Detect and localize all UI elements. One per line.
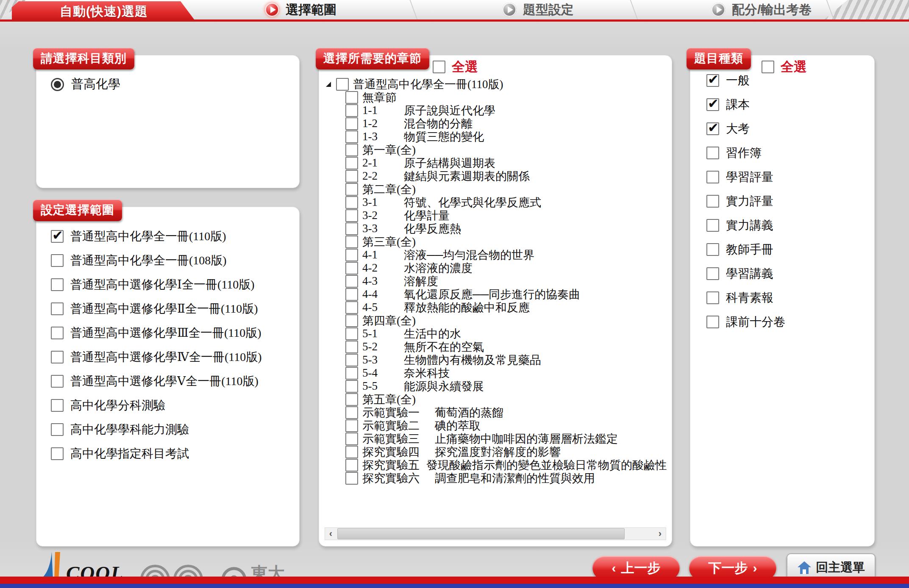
qtype-item[interactable]: 一般: [706, 73, 785, 87]
scroll-left-arrow[interactable]: ‹: [325, 528, 336, 539]
qtype-item[interactable]: 大考: [706, 122, 785, 136]
chapter-row[interactable]: 第三章(全): [345, 235, 667, 248]
range-item[interactable]: 高中化學分科測驗: [51, 398, 262, 412]
chapter-row[interactable]: 第五章(全): [345, 393, 667, 406]
range-item[interactable]: 普通型高中選修化學Ⅱ全一冊(110版): [51, 302, 262, 316]
chapter-row[interactable]: 1-2 混合物的分離: [345, 117, 667, 130]
range-item-checkbox[interactable]: [51, 375, 64, 388]
chapter-checkbox[interactable]: [345, 314, 358, 327]
chapter-row[interactable]: 示範實驗一 葡萄酒的蒸餾: [345, 406, 667, 419]
qtype-item-checkbox[interactable]: [706, 98, 719, 111]
chapter-row[interactable]: 探究實驗六 調查肥皂和清潔劑的性質與效用: [345, 472, 667, 485]
range-item-checkbox[interactable]: [51, 327, 64, 339]
chapter-row[interactable]: 第四章(全): [345, 314, 667, 327]
qtype-item-checkbox[interactable]: [706, 316, 719, 328]
chapter-tree-root[interactable]: 普通型高中化學全一冊(110版): [326, 78, 667, 91]
range-item[interactable]: 高中化學學科能力測驗: [51, 422, 262, 436]
qtype-item[interactable]: 課本: [706, 97, 785, 111]
chapter-checkbox[interactable]: [345, 117, 358, 130]
qtype-item-checkbox[interactable]: [706, 122, 719, 135]
range-item-checkbox[interactable]: [51, 351, 64, 363]
chapter-row[interactable]: 3-2 化學計量: [345, 209, 667, 222]
range-item-checkbox[interactable]: [51, 278, 64, 291]
subject-option[interactable]: 普高化學: [51, 76, 120, 93]
chapter-checkbox[interactable]: [345, 341, 358, 353]
chapter-row[interactable]: 3-1 符號、化學式與化學反應式: [345, 196, 667, 209]
qtype-item[interactable]: 教師手冊: [706, 242, 785, 256]
range-item[interactable]: 普通型高中化學全一冊(110版): [51, 229, 262, 243]
tab-auto-quick-select[interactable]: 自動(快速)選題: [12, 1, 196, 22]
range-item[interactable]: 普通型高中選修化學Ⅳ全一冊(110版): [51, 350, 262, 364]
range-item-checkbox[interactable]: [51, 254, 64, 267]
chapter-checkbox[interactable]: [345, 222, 358, 235]
chapter-checkbox[interactable]: [345, 183, 358, 196]
qtype-item-checkbox[interactable]: [706, 267, 719, 280]
chapters-select-all[interactable]: 全選: [433, 58, 478, 76]
chapter-checkbox[interactable]: [345, 209, 358, 222]
range-item-checkbox[interactable]: [51, 447, 64, 460]
chapter-checkbox[interactable]: [345, 406, 358, 419]
range-item[interactable]: 普通型高中選修化學Ⅲ全一冊(110版): [51, 326, 262, 340]
chapter-checkbox[interactable]: [345, 354, 358, 366]
range-item[interactable]: 普通型高中選修化學Ⅴ全一冊(110版): [51, 374, 262, 388]
chapter-checkbox[interactable]: [345, 236, 358, 248]
chapter-row[interactable]: 5-1 生活中的水: [345, 327, 667, 340]
chapter-row[interactable]: 3-3 化學反應熱: [345, 222, 667, 235]
chapter-row[interactable]: 4-2 水溶液的濃度: [345, 261, 667, 275]
chapter-row[interactable]: 2-1 原子結構與週期表: [345, 156, 667, 169]
chapter-row[interactable]: 4-5 釋放熱能的酸鹼中和反應: [345, 301, 667, 314]
range-item[interactable]: 普通型高中化學全一冊(108版): [51, 253, 262, 267]
chapter-row[interactable]: 1-1 原子說與近代化學: [345, 104, 667, 117]
chapter-row[interactable]: 示範實驗三 止痛藥物中咖啡因的薄層層析法鑑定: [345, 432, 667, 445]
range-item[interactable]: 普通型高中選修化學Ⅰ全一冊(110版): [51, 277, 262, 291]
range-item-checkbox[interactable]: [51, 399, 64, 412]
range-item[interactable]: 高中化學指定科目考試: [51, 447, 262, 460]
chapter-row[interactable]: 第二章(全): [345, 183, 667, 196]
qtype-item[interactable]: 學習評量: [706, 170, 785, 184]
scroll-thumb[interactable]: [337, 528, 625, 539]
chapter-checkbox[interactable]: [345, 380, 358, 393]
chapter-row[interactable]: 探究實驗四 探究溫度對溶解度的影響: [345, 445, 667, 458]
chapter-checkbox[interactable]: [345, 262, 358, 275]
chapter-checkbox[interactable]: [345, 288, 358, 301]
qtype-item[interactable]: 課前十分卷: [706, 315, 785, 329]
chapter-checkbox[interactable]: [345, 367, 358, 380]
chapter-checkbox[interactable]: [345, 301, 358, 314]
qtype-item-checkbox[interactable]: [706, 147, 719, 159]
chapter-checkbox[interactable]: [345, 433, 358, 445]
tree-expander-icon[interactable]: [326, 82, 331, 87]
range-item-checkbox[interactable]: [51, 302, 64, 315]
scroll-right-arrow[interactable]: ›: [654, 528, 666, 539]
chapter-row[interactable]: 示範實驗二 碘的萃取: [345, 419, 667, 432]
horizontal-scrollbar[interactable]: ‹ ›: [325, 527, 666, 540]
chapter-row[interactable]: 2-2 鍵結與元素週期表的關係: [345, 169, 667, 183]
chapter-row[interactable]: 第一章(全): [345, 143, 667, 156]
chapter-checkbox[interactable]: [345, 196, 358, 209]
qtypes-select-all-checkbox[interactable]: [762, 61, 774, 73]
tab-question-type-setting[interactable]: 題型設定: [502, 0, 574, 19]
chapter-checkbox[interactable]: [345, 170, 358, 183]
qtype-item-checkbox[interactable]: [706, 243, 719, 256]
chapter-checkbox[interactable]: [345, 393, 358, 406]
range-item-checkbox[interactable]: [51, 230, 64, 243]
chapter-checkbox[interactable]: [345, 419, 358, 432]
qtype-item[interactable]: 實力評量: [706, 194, 785, 208]
chapter-checkbox[interactable]: [345, 459, 358, 472]
subject-radio[interactable]: [51, 78, 64, 91]
chapter-checkbox[interactable]: [345, 249, 358, 261]
range-item-checkbox[interactable]: [51, 423, 64, 436]
chapter-row[interactable]: 5-2 無所不在的空氣: [345, 340, 667, 353]
chapter-checkbox[interactable]: [345, 275, 358, 288]
chapter-checkbox[interactable]: [345, 91, 358, 104]
chapter-checkbox[interactable]: [345, 327, 358, 340]
chapter-row[interactable]: 5-4 奈米科技: [345, 366, 667, 380]
qtype-item[interactable]: 科青素報: [706, 291, 785, 305]
chapter-checkbox[interactable]: [345, 144, 358, 156]
qtype-item-checkbox[interactable]: [706, 219, 719, 232]
qtype-item[interactable]: 習作簿: [706, 146, 785, 160]
chapter-row[interactable]: 1-3 物質三態的變化: [345, 130, 667, 143]
qtype-item[interactable]: 學習講義: [706, 266, 785, 280]
chapter-checkbox[interactable]: [345, 130, 358, 143]
tab-select-range[interactable]: 選擇範圍: [265, 0, 336, 19]
chapter-checkbox[interactable]: [345, 472, 358, 485]
